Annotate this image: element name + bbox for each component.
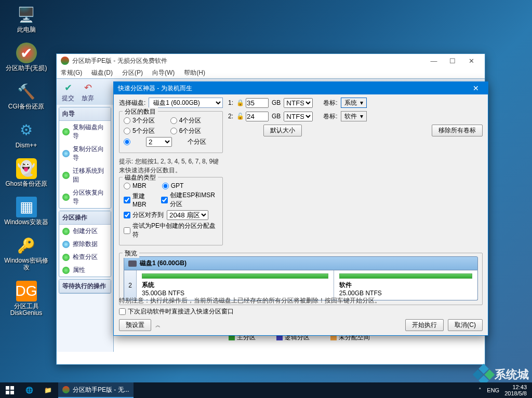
side-item-copy-part[interactable]: 复制分区向导 bbox=[59, 143, 111, 164]
cancel-button[interactable]: 取消(C) bbox=[448, 319, 483, 331]
preview-part-1[interactable]: 系统 35.00GB NTFS bbox=[137, 270, 334, 300]
key-icon: 🔑 bbox=[16, 235, 37, 256]
dialog-titlebar[interactable]: 快速分区神器 - 为装机而生 ✕ bbox=[114, 82, 488, 94]
ime-indicator[interactable]: ENG bbox=[487, 387, 499, 393]
svg-rect-3 bbox=[10, 391, 14, 394]
desktop-icon-wininstall[interactable]: ▦Windows安装器 bbox=[4, 197, 48, 226]
dialog-close-button[interactable]: ✕ bbox=[468, 84, 484, 92]
part1-size-input[interactable] bbox=[246, 98, 269, 108]
desktop-icon-dism[interactable]: ⚙Dism++ bbox=[4, 120, 48, 149]
radio-3-parts[interactable]: 3个分区 bbox=[124, 116, 155, 125]
preview-part-2[interactable]: 软件 25.00GB NTFS bbox=[334, 270, 477, 300]
system-tray: ˄ ENG 12:43 2018/5/8 bbox=[478, 384, 532, 396]
check-icon: ✔ bbox=[62, 81, 74, 94]
maximize-button[interactable]: ☐ bbox=[443, 57, 462, 65]
side-item-wipe[interactable]: 擦除数据 bbox=[59, 238, 111, 251]
part1-vol-input[interactable]: 系统▾ bbox=[341, 98, 367, 108]
unlock-icon[interactable]: 🔓 bbox=[236, 113, 243, 120]
desktop-icon-thispc[interactable]: 🖥️此电脑 bbox=[4, 4, 48, 33]
dialog-title-text: 快速分区神器 - 为装机而生 bbox=[118, 84, 192, 93]
svg-rect-0 bbox=[6, 386, 9, 390]
watermark: 系统城 bbox=[476, 367, 529, 382]
preset-button[interactable]: 预设置 bbox=[119, 319, 151, 331]
menu-wizard[interactable]: 向导(W) bbox=[152, 68, 175, 77]
lock-icon[interactable]: 🔒 bbox=[236, 99, 243, 106]
gear-icon: ⚙ bbox=[16, 120, 37, 141]
desktop-icon-ghost[interactable]: 👻Ghost备份还原 bbox=[4, 158, 48, 187]
windows-icon: ▦ bbox=[16, 197, 37, 217]
remove-labels-button[interactable]: 移除所有卷标 bbox=[432, 125, 483, 136]
radio-5-parts[interactable]: 5个分区 bbox=[124, 127, 155, 135]
default-size-button[interactable]: 默认大小 bbox=[263, 125, 302, 136]
check-pe-letter[interactable]: 尝试为PE中创建的分区分配盘符 bbox=[124, 222, 218, 239]
menu-help[interactable]: 帮助(H) bbox=[184, 68, 205, 77]
radio-gpt[interactable]: GPT bbox=[162, 182, 184, 189]
dialog-footer: 特别注意：执行此操作后，当前所选磁盘上已经存在的所有分区将被删除！按回车键开始分… bbox=[119, 296, 483, 331]
select-disk-dropdown[interactable]: 磁盘1 (60.00GB) bbox=[149, 98, 223, 108]
check-open-next[interactable]: 下次启动软件时直接进入快速分区窗口 bbox=[119, 307, 234, 316]
hammer-icon: 🔨 bbox=[16, 81, 37, 102]
side-ops-panel: 分区操作 创建分区 擦除数据 检查分区 属性 bbox=[59, 211, 111, 277]
svg-rect-1 bbox=[10, 386, 14, 390]
chevron-icon[interactable]: ︽ bbox=[155, 322, 161, 329]
radio-4-parts[interactable]: 4个分区 bbox=[170, 116, 202, 125]
side-item-recover-part[interactable]: 分区恢复向导 bbox=[59, 186, 111, 208]
menu-disk[interactable]: 磁盘(D) bbox=[91, 68, 113, 77]
side-pending-panel: 等待执行的操作 bbox=[59, 279, 111, 294]
app-titlebar[interactable]: 分区助手PE版 - 无损分区免费软件 — ☐ ✕ bbox=[57, 54, 485, 67]
desktop-icon-winpwd[interactable]: 🔑Windows密码修改 bbox=[4, 235, 48, 271]
radio-mbr[interactable]: MBR bbox=[124, 182, 147, 189]
part1-fs-select[interactable]: NTFS bbox=[284, 98, 313, 108]
app-menubar: 常规(G) 磁盘(D) 分区(P) 向导(W) 帮助(H) bbox=[57, 67, 485, 79]
ghost-icon: 👻 bbox=[16, 158, 37, 179]
taskbar-files-icon[interactable]: 📁 bbox=[38, 387, 57, 394]
custom-count-select[interactable]: 2 bbox=[146, 137, 172, 147]
start-button[interactable] bbox=[0, 382, 20, 398]
partition-count-group: 分区的数目 3个分区 4个分区 5个分区 6个分区 2 个分区 bbox=[119, 111, 223, 153]
part-bar bbox=[142, 273, 328, 279]
align-select[interactable]: 2048 扇区 bbox=[167, 210, 208, 220]
side-item-check[interactable]: 检查分区 bbox=[59, 251, 111, 264]
side-pending-header: 等待执行的操作 bbox=[59, 280, 111, 293]
bullet-icon bbox=[62, 267, 70, 274]
tool-discard[interactable]: ↶放弃 bbox=[82, 81, 94, 103]
check-create-esp[interactable]: 创建ESP和MSR分区 bbox=[161, 191, 218, 209]
side-item-migrate-os[interactable]: 迁移系统到固 bbox=[59, 164, 111, 186]
close-button[interactable]: ✕ bbox=[462, 57, 481, 65]
partition-row-1: 1: 🔒 GB NTFS 卷标: 系统▾ bbox=[228, 98, 483, 108]
bullet-icon bbox=[62, 254, 70, 261]
desktop-icon-diskgenius[interactable]: DG分区工具DiskGenius bbox=[4, 281, 48, 317]
check-align[interactable]: 分区对齐到 bbox=[124, 211, 164, 219]
preview-part-count: 2 bbox=[124, 270, 137, 300]
select-disk-label: 选择磁盘: bbox=[119, 99, 145, 107]
side-wizard-panel: 向导 复制磁盘向导 复制分区向导 迁移系统到固 分区恢复向导 bbox=[59, 107, 111, 209]
bullet-icon bbox=[62, 150, 70, 157]
radio-custom-parts[interactable] bbox=[124, 139, 130, 145]
menu-partition[interactable]: 分区(P) bbox=[122, 68, 143, 77]
side-item-props[interactable]: 属性 bbox=[59, 264, 111, 277]
taskbar-app-button[interactable]: 分区助手PE版 - 无... bbox=[58, 382, 134, 398]
part2-size-input[interactable] bbox=[246, 112, 269, 121]
tray-up-icon[interactable]: ˄ bbox=[478, 387, 482, 394]
check-icon: ✔ bbox=[16, 43, 37, 63]
bullet-icon bbox=[62, 194, 70, 201]
check-rebuild-mbr[interactable]: 重建MBR bbox=[124, 192, 154, 208]
part2-fs-select[interactable]: NTFS bbox=[284, 112, 313, 121]
clock[interactable]: 12:43 2018/5/8 bbox=[504, 384, 527, 396]
side-item-create[interactable]: 创建分区 bbox=[59, 225, 111, 238]
desktop-icon-partition-assistant[interactable]: ✔分区助手(无损) bbox=[4, 43, 48, 72]
part2-vol-input[interactable]: 软件▾ bbox=[341, 111, 367, 121]
hdd-icon bbox=[128, 260, 137, 267]
desktop-icon-cgi[interactable]: 🔨CGI备份还原 bbox=[4, 81, 48, 110]
side-item-copy-disk[interactable]: 复制磁盘向导 bbox=[59, 121, 111, 143]
minimize-button[interactable]: — bbox=[424, 57, 443, 65]
bullet-icon bbox=[62, 172, 70, 179]
menu-general[interactable]: 常规(G) bbox=[61, 68, 82, 77]
taskbar-browser-icon[interactable]: 🌐 bbox=[20, 387, 38, 394]
tool-commit[interactable]: ✔提交 bbox=[62, 81, 74, 103]
quick-partition-dialog: 快速分区神器 - 为装机而生 ✕ 选择磁盘: 磁盘1 (60.00GB) 分区的… bbox=[113, 81, 488, 336]
taskbar: 🌐 📁 分区助手PE版 - 无... ˄ ENG 12:43 2018/5/8 bbox=[0, 382, 532, 398]
start-button[interactable]: 开始执行 bbox=[405, 319, 444, 331]
part-bar bbox=[339, 273, 472, 279]
radio-6-parts[interactable]: 6个分区 bbox=[170, 127, 202, 135]
